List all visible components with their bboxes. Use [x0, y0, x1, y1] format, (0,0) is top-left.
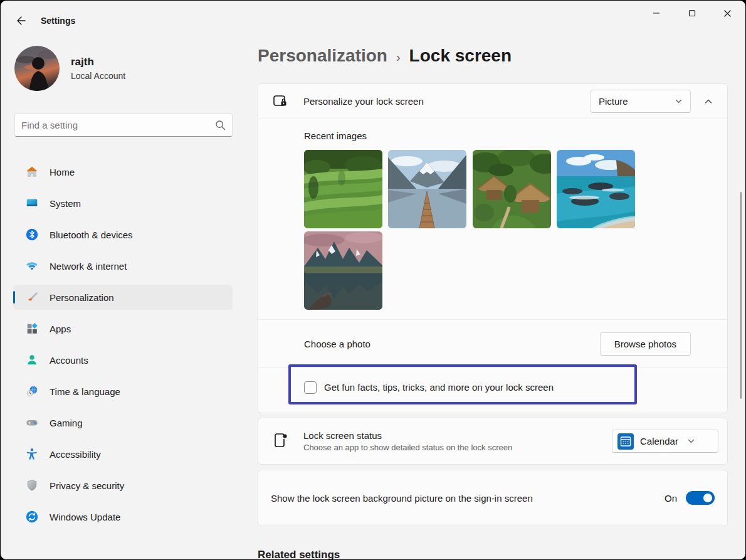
- windows-update-icon: [24, 509, 39, 524]
- time-language-icon: [24, 384, 39, 399]
- recent-image-rice-terraces[interactable]: [304, 150, 382, 228]
- sidebar-nav: Home System: [1, 159, 245, 536]
- sidebar-item-label: System: [50, 198, 81, 209]
- browse-photos-label: Browse photos: [614, 339, 676, 349]
- browse-photos-button[interactable]: Browse photos: [600, 332, 691, 356]
- accounts-icon: [24, 352, 39, 367]
- personalize-lock-screen-card: Personalize your lock screen Picture Rec…: [258, 83, 728, 413]
- sidebar-item-home[interactable]: Home: [13, 159, 233, 184]
- signin-background-toggle[interactable]: [686, 491, 715, 505]
- chevron-down-icon: [687, 437, 695, 445]
- choose-photo-label: Choose a photo: [304, 339, 370, 349]
- background-type-value: Picture: [599, 96, 628, 107]
- status-subtitle: Choose an app to show detailed status on…: [303, 443, 612, 452]
- user-meta: rajth Local Account: [71, 56, 125, 81]
- minimize-button[interactable]: [638, 1, 674, 26]
- avatar: [14, 46, 60, 91]
- sidebar-item-label: Privacy & security: [50, 480, 124, 491]
- sidebar-item-label: Accounts: [50, 355, 88, 366]
- sidebar-item-accounts[interactable]: Accounts: [13, 347, 233, 372]
- vertical-scrollbar[interactable]: [740, 192, 742, 399]
- back-button[interactable]: [11, 12, 29, 29]
- sidebar-item-gaming[interactable]: Gaming: [13, 410, 233, 435]
- lock-screen-status-card: Lock screen status Choose an app to show…: [258, 418, 728, 465]
- sidebar-item-apps[interactable]: Apps: [13, 316, 233, 341]
- recent-image-mountain-dock[interactable]: [388, 150, 466, 228]
- sidebar-item-label: Network & internet: [50, 261, 127, 272]
- personalization-icon: [24, 290, 39, 305]
- bluetooth-icon: [24, 227, 39, 242]
- collapse-expander-button[interactable]: [698, 92, 718, 112]
- recent-images-section: Recent images: [258, 119, 727, 313]
- chevron-up-icon: [704, 97, 713, 106]
- recent-image-dusk-mountains[interactable]: [304, 231, 382, 310]
- network-icon: [24, 258, 39, 273]
- sidebar-item-time-language[interactable]: Time & language: [13, 379, 233, 404]
- sidebar-item-privacy[interactable]: Privacy & security: [13, 473, 233, 498]
- user-account-type: Local Account: [71, 71, 125, 81]
- sidebar-item-accessibility[interactable]: Accessibility: [13, 441, 233, 467]
- close-icon: [723, 9, 732, 18]
- main-content: Personalization › Lock screen Personaliz…: [258, 31, 745, 559]
- status-text: Lock screen status Choose an app to show…: [303, 430, 612, 452]
- calendar-icon: [617, 433, 634, 450]
- recent-image-tropical-huts[interactable]: [473, 150, 551, 228]
- related-settings-heading: Related settings: [258, 549, 340, 560]
- accessibility-icon: [24, 446, 39, 462]
- page-title: Lock screen: [409, 46, 512, 66]
- fun-facts-checkbox[interactable]: [304, 381, 317, 394]
- apps-icon: [24, 321, 39, 336]
- settings-window: Settings: [0, 0, 746, 560]
- sidebar-item-network[interactable]: Network & internet: [13, 253, 233, 278]
- lock-screen-icon: [271, 92, 290, 111]
- app-title: Settings: [41, 16, 75, 26]
- titlebar: Settings: [1, 1, 745, 31]
- sidebar-item-system[interactable]: System: [13, 191, 233, 216]
- user-name: rajth: [71, 56, 125, 68]
- maximize-button[interactable]: [674, 1, 710, 26]
- signin-background-card: Show the lock screen background picture …: [258, 470, 728, 526]
- status-app-value: Calendar: [640, 436, 678, 446]
- search-input[interactable]: [21, 120, 215, 130]
- breadcrumb-separator-icon: ›: [396, 50, 401, 65]
- personalize-title: Personalize your lock screen: [303, 96, 591, 107]
- sidebar: rajth Local Account Home: [1, 31, 245, 559]
- sidebar-item-label: Time & language: [50, 386, 120, 397]
- sidebar-item-windows-update[interactable]: Windows Update: [13, 504, 233, 529]
- search-icon: [215, 120, 226, 130]
- fun-facts-label: Get fun facts, tips, tricks, and more on…: [324, 382, 554, 393]
- chevron-down-icon: [675, 97, 683, 105]
- signin-toggle-label: Show the lock screen background picture …: [271, 493, 665, 504]
- home-icon: [24, 164, 39, 179]
- fun-facts-row: Get fun facts, tips, tricks, and more on…: [258, 368, 727, 406]
- sidebar-item-label: Personalization: [50, 292, 114, 303]
- sidebar-item-bluetooth[interactable]: Bluetooth & devices: [13, 222, 233, 247]
- breadcrumb-personalization[interactable]: Personalization: [258, 46, 387, 66]
- toggle-state-label: On: [665, 493, 677, 504]
- breadcrumb: Personalization › Lock screen: [258, 46, 512, 66]
- maximize-icon: [688, 9, 696, 17]
- status-title: Lock screen status: [303, 430, 612, 441]
- privacy-icon: [24, 478, 39, 493]
- sidebar-item-label: Bluetooth & devices: [50, 230, 133, 240]
- choose-photo-row: Choose a photo Browse photos: [258, 320, 727, 367]
- arrow-left-icon: [14, 15, 26, 26]
- sidebar-item-label: Home: [50, 167, 75, 177]
- user-card[interactable]: rajth Local Account: [14, 46, 125, 91]
- sidebar-item-label: Gaming: [50, 418, 83, 428]
- sidebar-item-personalization[interactable]: Personalization: [13, 285, 233, 310]
- toggle-knob: [703, 494, 712, 502]
- gaming-icon: [24, 415, 39, 430]
- status-app-dropdown[interactable]: Calendar: [612, 430, 718, 453]
- personalize-header-row: Personalize your lock screen Picture: [258, 84, 727, 119]
- background-type-dropdown[interactable]: Picture: [591, 90, 691, 113]
- recent-images-grid: [304, 150, 655, 313]
- window-controls: [638, 1, 745, 26]
- lock-screen-status-icon: [271, 432, 290, 451]
- recent-images-label: Recent images: [304, 130, 727, 141]
- close-button[interactable]: [710, 1, 745, 26]
- search-box[interactable]: [14, 114, 233, 137]
- sidebar-item-label: Accessibility: [50, 449, 101, 460]
- sidebar-item-label: Windows Update: [50, 512, 120, 522]
- recent-image-beach[interactable]: [557, 150, 635, 228]
